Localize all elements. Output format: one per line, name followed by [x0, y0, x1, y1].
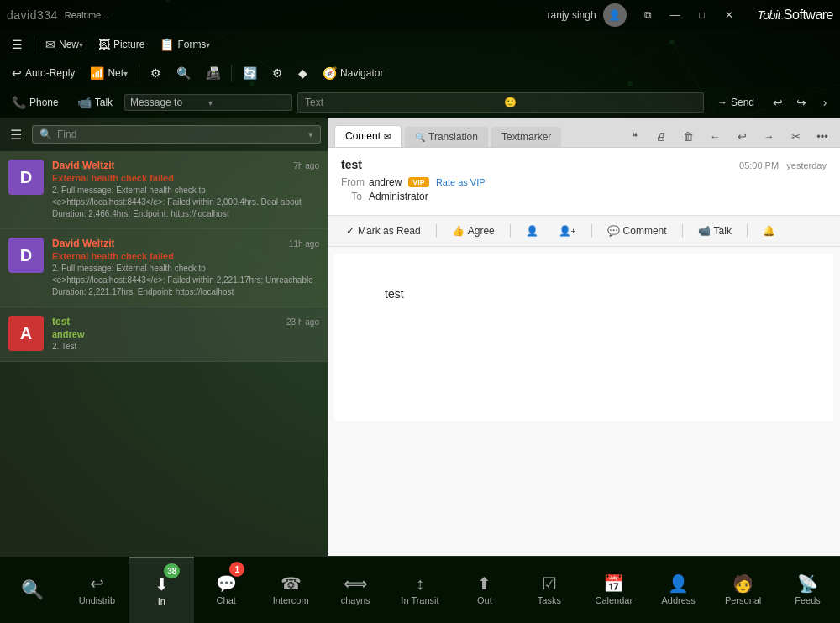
add-user-button[interactable]: 👤 + [554, 222, 581, 239]
maximize-button[interactable]: □ [690, 7, 714, 24]
taskbar-out[interactable]: ⬆ Out [452, 557, 517, 623]
emoji-icon[interactable]: 🙂 [504, 97, 696, 108]
taskbar-undistrib[interactable]: ↩ Undistrib [65, 557, 129, 623]
auto-reply-icon: ↩ [12, 66, 22, 80]
message-header: David Weltzit 11h ago [52, 238, 319, 249]
agree-button[interactable]: 👍 Agree [447, 222, 500, 239]
tab-actions: ❝ 🖨 🗑 ← ↩ → ✂ ••• [623, 125, 833, 147]
list-item[interactable]: D David Weltzit 11h ago External health … [0, 229, 328, 307]
message-subject: External health check failed [52, 251, 319, 261]
forms-button[interactable]: 📋 Forms ▾ [153, 35, 217, 54]
forward-button[interactable]: → [758, 125, 780, 147]
redo-button[interactable]: ↪ [791, 92, 811, 113]
tab-textmarker[interactable]: Textmarker [491, 127, 561, 147]
win-controls: ⧉ — □ ✕ [637, 7, 741, 24]
taskbar-in[interactable]: 38 ⬇ In [129, 557, 194, 623]
hamburger-icon: ☰ [12, 38, 23, 51]
mark-read-label: Mark as Read [358, 225, 421, 237]
menu-button[interactable]: ☰ [5, 35, 29, 54]
picture-button[interactable]: 🖼 Picture [92, 35, 151, 54]
next-button[interactable]: › [815, 92, 835, 113]
list-item[interactable]: A test 23 h ago andrew 2. Test [0, 307, 328, 362]
send-button[interactable]: → Send [709, 93, 763, 112]
search-input[interactable] [57, 128, 303, 140]
rate-vip-link[interactable]: Rate as VIP [436, 177, 486, 187]
action-sep-5 [747, 224, 748, 238]
search-button[interactable]: 🔍 [170, 64, 197, 82]
picture-icon: 🖼 [98, 38, 110, 51]
bell-button[interactable]: 🔔 [758, 222, 780, 239]
mark-read-button[interactable]: ✓ Mark as Read [341, 222, 426, 239]
net-button[interactable]: 📶 Net ▾ [83, 64, 134, 82]
more-button[interactable]: ••• [811, 125, 833, 147]
search-dropdown-icon[interactable]: ▾ [308, 129, 313, 140]
taskbar-intercom[interactable]: ☎ Intercom [259, 557, 323, 623]
taskbar-tasks[interactable]: ☑ Tasks [517, 557, 581, 623]
new-button[interactable]: ✉ New ▾ [39, 35, 90, 54]
tab-content[interactable]: Content ✉ [334, 125, 402, 147]
gear-icon: ⚙ [272, 66, 283, 80]
user-name: ranjy singh [548, 9, 596, 21]
diamond-button[interactable]: ◆ [291, 64, 314, 82]
scan-icon: 📠 [206, 66, 220, 80]
filter-button[interactable]: ⚙ [144, 64, 168, 82]
restore-button[interactable]: ⧉ [637, 7, 660, 24]
navigator-button[interactable]: 🧭 Navigator [316, 64, 390, 82]
net-dropdown-icon: ▾ [123, 69, 128, 78]
comment-button[interactable]: 💬 Comment [602, 222, 672, 239]
email-time-value: 05:00 PM [739, 160, 779, 170]
user-button[interactable]: 👤 [521, 222, 543, 239]
realtime-badge: Realtime... [65, 10, 109, 20]
vip-badge: VIP [408, 177, 429, 187]
message-to-select[interactable]: Message to ▾ [124, 94, 292, 111]
taskbar-calendar[interactable]: 📅 Calendar [581, 557, 646, 623]
message-header: test 23 h ago [52, 316, 319, 327]
auto-reply-button[interactable]: ↩ Auto-Reply [5, 64, 81, 82]
taskbar-personal[interactable]: 🧑 Personal [711, 557, 775, 623]
email-subject: test [341, 158, 362, 171]
taskbar-chat[interactable]: 1 💬 Chat [194, 557, 259, 623]
tab-translation[interactable]: 🔍 Translation [405, 127, 488, 147]
minimize-button[interactable]: — [664, 7, 687, 24]
avatar: D [8, 238, 44, 273]
message-bar: 📞 Phone 📹 Talk Message to ▾ Text 🙂 → Sen… [0, 87, 840, 118]
message-text-area[interactable]: Text 🙂 [297, 92, 704, 113]
delete-button[interactable]: 🗑 [677, 125, 699, 147]
talk-button[interactable]: 📹 Talk [71, 93, 119, 112]
message-preview: 2. Full message: External health check t… [52, 185, 319, 220]
back-button[interactable]: ← [704, 125, 726, 147]
search-icon-small: 🔍 [415, 133, 425, 142]
search-box[interactable]: 🔍 ▾ [32, 125, 321, 144]
message-preview: 2. Full message: External health check t… [52, 263, 319, 298]
taskbar-address[interactable]: 👤 Address [646, 557, 711, 623]
scissors-button[interactable]: ✂ [785, 125, 806, 147]
scan-button[interactable]: 📠 [199, 64, 227, 82]
content-tabs: Content ✉ 🔍 Translation Textmarker ❝ 🖨 🗑… [328, 118, 840, 148]
quote-button[interactable]: ❝ [623, 125, 645, 147]
email-view: test 05:00 PM yesterday From andrew VIP … [328, 148, 840, 556]
message-time: 23 h ago [286, 317, 319, 327]
taskbar-feeds[interactable]: 📡 Feeds [775, 557, 840, 623]
taskbar-chayns[interactable]: ⟺ chayns [323, 557, 388, 623]
talk-action-button[interactable]: 📹 Talk [693, 222, 737, 239]
action-sep-1 [436, 224, 437, 238]
email-body-text: test [385, 287, 404, 301]
close-button[interactable]: ✕ [717, 7, 741, 24]
calendar-label: Calendar [595, 595, 633, 605]
sync-button[interactable]: 🔄 [236, 64, 264, 82]
list-item[interactable]: D David Weltzit 7h ago External health c… [0, 151, 328, 229]
chat-label: Chat [217, 595, 236, 605]
tab-content-label: Content [345, 130, 381, 142]
settings-button[interactable]: ⚙ [265, 64, 290, 82]
sync-icon: 🔄 [243, 66, 257, 80]
toolbar-row-1: ☰ ✉ New ▾ 🖼 Picture 📋 Forms ▾ [0, 30, 840, 59]
left-menu-button[interactable]: ☰ [7, 123, 25, 146]
message-content: test 23 h ago andrew 2. Test [52, 316, 319, 353]
taskbar-search[interactable]: 🔍 [0, 557, 65, 623]
undistrib-label: Undistrib [79, 595, 115, 605]
reply-button[interactable]: ↩ [731, 125, 753, 147]
undo-button[interactable]: ↩ [768, 92, 788, 113]
print-button[interactable]: 🖨 [650, 125, 672, 147]
taskbar-intransit[interactable]: ↕ In Transit [388, 557, 453, 623]
phone-button[interactable]: 📞 Phone [5, 93, 66, 112]
